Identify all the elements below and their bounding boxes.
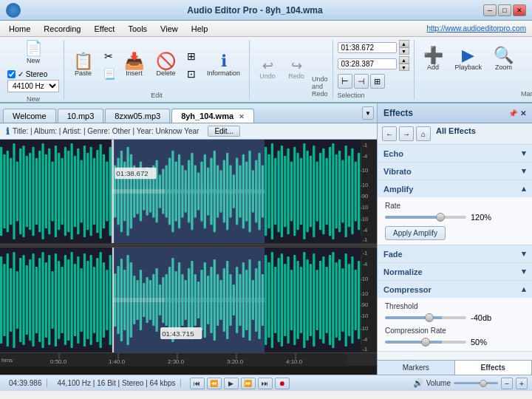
- svg-rect-157: [74, 264, 76, 336]
- svg-text:-10: -10: [360, 276, 368, 282]
- effects-back-button[interactable]: ←: [382, 126, 397, 141]
- effects-forward-button[interactable]: →: [399, 126, 414, 141]
- svg-rect-98: [303, 143, 305, 239]
- effect-echo-header[interactable]: Echo ▾: [378, 145, 532, 162]
- extra-edit-2[interactable]: ⊡: [183, 66, 200, 82]
- play-end-button[interactable]: ⏭: [258, 378, 273, 389]
- time1-up[interactable]: ▲: [399, 40, 409, 47]
- svg-rect-83: [255, 160, 257, 223]
- svg-rect-56: [168, 158, 171, 225]
- copy-button[interactable]: 📃: [100, 66, 117, 82]
- menu-view[interactable]: View: [154, 23, 184, 35]
- information-button[interactable]: ℹ Information: [202, 50, 245, 80]
- waveform-container[interactable]: -1 -4 -10 -10 -90 -10 -10 -4 -1 01:38.67…: [0, 140, 377, 358]
- amplify-slider-wrap: 120%: [385, 213, 525, 222]
- tab-welcome[interactable]: Welcome: [3, 109, 56, 123]
- svg-rect-135: [3, 264, 5, 336]
- svg-rect-89: [274, 158, 276, 225]
- effect-fade-header[interactable]: Fade ▾: [378, 245, 532, 262]
- fast-forward-button[interactable]: ⏩: [241, 378, 256, 389]
- svg-rect-222: [274, 267, 276, 333]
- effects-close-x[interactable]: ✕: [520, 109, 526, 117]
- tab-8zxw05[interactable]: 8zxw05.mp3: [105, 109, 170, 123]
- time2-up[interactable]: ▲: [399, 56, 409, 64]
- all-effects-label: All Effects: [436, 126, 476, 141]
- information-icon: ℹ: [221, 53, 227, 69]
- edit-button[interactable]: Edit...: [208, 126, 240, 137]
- delete-button[interactable]: 🚫 Delete: [151, 50, 180, 80]
- time1-input[interactable]: [338, 42, 397, 53]
- effect-vibrato-header[interactable]: Vibrato ▾: [378, 163, 532, 180]
- compression-rate-slider[interactable]: [385, 341, 466, 344]
- time-ruler: hms 0:50.0 1:40.0 2:30.0 3:20.0 4:10.0: [0, 352, 377, 366]
- channel2[interactable]: -1 -4 -10 -10 -90 -10 -10 -4 -1 01:43.71…: [0, 248, 377, 352]
- paste-button[interactable]: 📋 Paste: [69, 50, 98, 80]
- amplify-label: Amplify: [383, 185, 413, 194]
- volume-slider[interactable]: [454, 382, 498, 384]
- svg-rect-28: [86, 153, 89, 231]
- menu-home[interactable]: Home: [3, 23, 36, 35]
- time2-down[interactable]: ▼: [399, 64, 409, 71]
- redo-button[interactable]: ↪ Redo: [283, 56, 310, 83]
- play-button[interactable]: ▶: [224, 378, 239, 389]
- threshold-slider[interactable]: [385, 316, 466, 319]
- waveform-panel: ℹ Title: | Album: | Artist: | Genre: Oth…: [0, 123, 377, 375]
- tab-8yh104[interactable]: 8yh_104.wma ✕: [171, 109, 254, 123]
- channel1[interactable]: -1 -4 -10 -10 -90 -10 -10 -4 -1 01:38.67…: [0, 140, 377, 245]
- effects-tab[interactable]: Effects: [455, 361, 533, 375]
- playback-button[interactable]: ▶ Playback: [451, 44, 487, 74]
- effects-pin-button[interactable]: 📌: [508, 109, 517, 117]
- svg-rect-202: [210, 267, 212, 333]
- effect-normalize-section: Normalize ▾: [378, 263, 532, 281]
- effects-scroll[interactable]: Echo ▾ Vibrato ▾ Amplify ▴ Ra: [378, 145, 532, 360]
- effect-compressor-header[interactable]: Compressor ▴: [378, 281, 532, 298]
- new-button[interactable]: 📄 New: [18, 36, 49, 67]
- sel-btn-1[interactable]: ⊢: [338, 74, 352, 89]
- website-link[interactable]: http://www.audioeditorpro.com: [426, 24, 529, 33]
- zoom-in-button[interactable]: +: [516, 378, 528, 389]
- time1-row: ▲ ▼: [338, 40, 409, 55]
- tab-10mp3[interactable]: 10.mp3: [58, 109, 104, 123]
- markers-tab[interactable]: Markers: [378, 361, 455, 375]
- zoom-button[interactable]: 🔍 Zoom: [489, 44, 518, 74]
- svg-rect-78: [239, 166, 241, 218]
- effects-home-button[interactable]: ⌂: [416, 126, 431, 141]
- sel-btn-2[interactable]: ⊣: [354, 74, 369, 89]
- sel-btn-3[interactable]: ⊞: [370, 74, 385, 89]
- close-button[interactable]: ✕: [513, 4, 526, 16]
- menu-recording[interactable]: Recording: [38, 23, 86, 35]
- svg-rect-105: [326, 158, 328, 225]
- play-start-button[interactable]: ⏮: [190, 378, 205, 389]
- svg-rect-148: [45, 262, 47, 338]
- format-display: 44,100 Hz | 16 Bit | Stereo | 64 kbps: [53, 379, 181, 387]
- apply-amplify-button[interactable]: Apply Amplify: [385, 226, 446, 240]
- rewind-button[interactable]: ⏪: [207, 378, 222, 389]
- maximize-button[interactable]: □: [498, 4, 511, 16]
- svg-rect-3: [7, 151, 9, 232]
- menu-effect[interactable]: Effect: [88, 23, 120, 35]
- svg-rect-33: [103, 154, 105, 229]
- undo-button[interactable]: ↩ Undo: [254, 56, 281, 83]
- amplify-rate-slider[interactable]: [385, 216, 466, 219]
- record-button[interactable]: ⏺: [275, 378, 290, 389]
- time1-down[interactable]: ▼: [399, 47, 409, 55]
- svg-rect-114: [355, 162, 357, 222]
- zoom-out-button[interactable]: −: [501, 378, 513, 389]
- minimize-button[interactable]: ─: [483, 4, 497, 16]
- tab-close-button[interactable]: ✕: [239, 113, 245, 120]
- menu-help[interactable]: Help: [185, 23, 214, 35]
- time2-input[interactable]: [338, 58, 397, 69]
- menu-tools[interactable]: Tools: [122, 23, 153, 35]
- svg-rect-94: [290, 162, 293, 222]
- effect-normalize-header[interactable]: Normalize ▾: [378, 263, 532, 280]
- effect-amplify-header[interactable]: Amplify ▴: [378, 180, 532, 197]
- extra-edit-1[interactable]: ⊞: [183, 48, 200, 64]
- tab-dropdown[interactable]: ▼: [362, 106, 374, 120]
- stereo-checkbox[interactable]: ✓ Stereo: [7, 70, 59, 78]
- svg-rect-218: [262, 274, 264, 326]
- playback-controls: ⏮ ⏪ ▶ ⏩ ⏭ ⏺: [190, 378, 290, 389]
- cut-button[interactable]: ✂: [100, 48, 117, 64]
- insert-button[interactable]: 📥 Insert: [120, 50, 149, 80]
- frequency-select[interactable]: 44100 Hz 22050 Hz 48000 Hz: [7, 80, 59, 92]
- add-button[interactable]: ➕ Add: [419, 44, 448, 74]
